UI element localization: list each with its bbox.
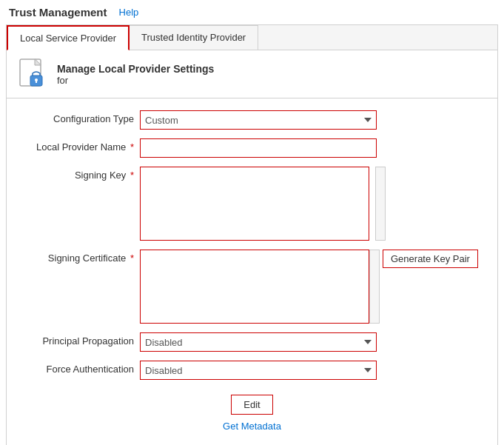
signing-cert-row: Signing Certificate * Generate Key Pair bbox=[21, 250, 483, 324]
signing-cert-textarea[interactable] bbox=[140, 250, 369, 324]
force-auth-wrapper: Disabled Enabled bbox=[140, 361, 483, 380]
content-area: Local Service Provider Trusted Identity … bbox=[6, 24, 498, 445]
page-header: Manage Local Provider Settings for bbox=[7, 50, 497, 98]
page-title: Trust Management bbox=[9, 6, 107, 19]
config-type-select[interactable]: Custom Standard bbox=[140, 110, 377, 130]
get-metadata-link[interactable]: Get Metadata bbox=[223, 421, 281, 432]
required-star-key: * bbox=[127, 170, 134, 181]
principal-propagation-select[interactable]: Disabled Enabled bbox=[140, 332, 377, 352]
tab-local-service-provider[interactable]: Local Service Provider bbox=[7, 25, 130, 50]
svg-rect-3 bbox=[36, 80, 37, 83]
local-provider-name-wrapper bbox=[140, 138, 483, 158]
force-auth-select[interactable]: Disabled Enabled bbox=[140, 361, 377, 380]
generate-key-pair-wrapper: Generate Key Pair bbox=[383, 250, 478, 268]
required-star: * bbox=[127, 141, 134, 153]
force-auth-row: Force Authentication Disabled Enabled bbox=[21, 361, 483, 380]
bottom-actions: Edit Get Metadata bbox=[21, 389, 483, 432]
edit-button[interactable]: Edit bbox=[231, 395, 272, 415]
config-type-label: Configuration Type bbox=[21, 110, 140, 124]
signing-key-row: Signing Key * bbox=[21, 167, 483, 241]
header-subtitle: for bbox=[57, 75, 214, 86]
local-provider-name-input[interactable] bbox=[140, 138, 377, 158]
cert-block: Generate Key Pair bbox=[140, 250, 478, 324]
config-type-row: Configuration Type Custom Standard bbox=[21, 110, 483, 130]
signing-cert-wrapper: Generate Key Pair bbox=[140, 250, 483, 324]
tab-trusted-identity-provider[interactable]: Trusted Identity Provider bbox=[130, 25, 258, 50]
header-text: Manage Local Provider Settings for bbox=[57, 63, 214, 86]
signing-key-wrapper bbox=[140, 167, 483, 241]
config-type-wrapper: Custom Standard bbox=[140, 110, 483, 130]
signing-cert-label: Signing Certificate * bbox=[21, 250, 140, 264]
local-provider-name-label: Local Provider Name * bbox=[21, 138, 140, 153]
signing-key-textarea[interactable] bbox=[140, 167, 369, 241]
principal-propagation-row: Principal Propagation Disabled Enabled bbox=[21, 332, 483, 352]
header-title: Manage Local Provider Settings bbox=[57, 63, 214, 75]
signing-key-label: Signing Key * bbox=[21, 167, 140, 181]
principal-propagation-wrapper: Disabled Enabled bbox=[140, 332, 483, 352]
local-provider-name-row: Local Provider Name * bbox=[21, 138, 483, 158]
signing-cert-scrollbar[interactable] bbox=[369, 250, 380, 324]
signing-key-scrollbar[interactable] bbox=[375, 167, 386, 241]
generate-key-pair-button[interactable]: Generate Key Pair bbox=[383, 250, 478, 268]
required-star-cert: * bbox=[127, 252, 134, 264]
help-link[interactable]: Help bbox=[119, 7, 139, 18]
app-container: Trust Management Help Local Service Prov… bbox=[0, 0, 504, 445]
tabs-row: Local Service Provider Trusted Identity … bbox=[7, 25, 497, 50]
document-lock-icon bbox=[19, 59, 48, 89]
form-area: Configuration Type Custom Standard Local… bbox=[7, 98, 497, 445]
principal-propagation-label: Principal Propagation bbox=[21, 332, 140, 347]
title-bar: Trust Management Help bbox=[0, 0, 504, 24]
force-auth-label: Force Authentication bbox=[21, 361, 140, 375]
